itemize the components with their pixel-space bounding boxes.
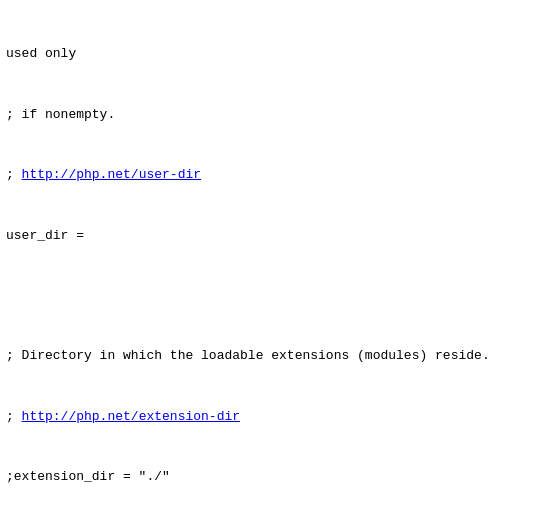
line-3: ; http://php.net/user-dir bbox=[6, 165, 546, 185]
line-4: user_dir = bbox=[6, 226, 546, 246]
line-2: ; if nonempty. bbox=[6, 105, 546, 125]
line-7: ; http://php.net/extension-dir bbox=[6, 407, 546, 427]
link-extension-dir[interactable]: http://php.net/extension-dir bbox=[22, 409, 240, 424]
line-8: ;extension_dir = "./" bbox=[6, 467, 546, 487]
line-5-empty bbox=[6, 286, 546, 306]
line-1: used only bbox=[6, 44, 546, 64]
link-user-dir[interactable]: http://php.net/user-dir bbox=[22, 167, 201, 182]
code-content: used only ; if nonempty. ; http://php.ne… bbox=[6, 4, 546, 525]
line-6: ; Directory in which the loadable extens… bbox=[6, 346, 546, 366]
